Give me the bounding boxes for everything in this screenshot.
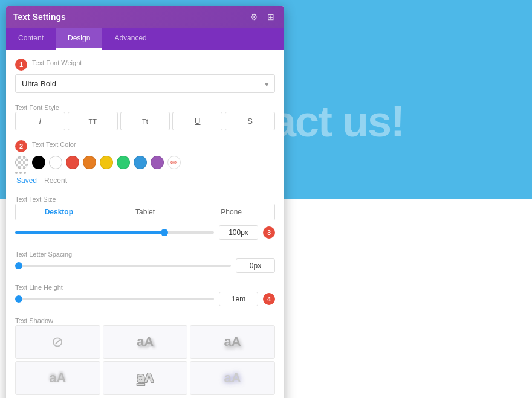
shadow-outline[interactable]: a̲A [103,361,188,395]
tab-advanced[interactable]: Advanced [102,28,158,50]
swatch-transparent[interactable] [15,156,28,169]
shadow-right-text: aA [137,334,154,350]
font-style-section: Text Font Style I TT Tt U S [15,103,275,130]
dot-3 [24,172,26,174]
color-swatches-row: ✏ [15,156,275,169]
swatch-white[interactable] [49,156,62,169]
saved-tab[interactable]: Saved [16,176,37,185]
text-size-thumb[interactable] [161,229,168,236]
badge-2: 2 [15,140,27,152]
font-weight-select-wrapper: Ultra Bold Bold Normal Light Thin [15,74,275,93]
text-size-fill [15,231,164,234]
color-tab-row: Saved Recent [16,176,275,185]
letter-spacing-thumb[interactable] [15,262,22,269]
panel-header: Text Settings ⚙ ⊞ [6,6,284,28]
background-text: act us! [272,97,404,146]
panel-body: 1 Text Font Weight Ultra Bold Bold Norma… [6,50,284,398]
tab-content[interactable]: Content [6,28,56,50]
text-size-value[interactable] [219,225,258,240]
strikethrough-btn[interactable]: S [225,112,275,130]
underline-btn[interactable]: U [172,112,222,130]
line-height-value[interactable] [219,292,258,306]
font-weight-label-row: 1 Text Font Weight [15,59,275,71]
expand-icon[interactable]: ⊞ [265,11,277,23]
swatch-blue[interactable] [134,156,147,169]
shadow-right[interactable]: aA [103,325,188,359]
line-height-thumb[interactable] [15,295,22,303]
dot-1 [15,172,18,174]
swatch-orange[interactable] [83,156,96,169]
badge-1: 1 [15,59,27,71]
shadow-glow-text: aA [224,370,241,386]
shadow-lift[interactable]: aA [15,361,100,395]
device-tab-phone[interactable]: Phone [188,204,274,220]
text-color-label-row: 2 Text Text Color [15,140,275,152]
settings-icon[interactable]: ⚙ [248,11,260,23]
text-color-label: Text Text Color [32,141,76,148]
tab-bar: Content Design Advanced [6,28,284,50]
text-size-track[interactable] [15,231,214,234]
shadow-grid: ⊘ aA aA aA a̲A aA [15,325,275,395]
device-tab-desktop[interactable]: Desktop [16,204,102,220]
text-settings-panel: Text Settings ⚙ ⊞ Content Design Advance… [6,6,284,398]
shadow-none[interactable]: ⊘ [15,325,100,359]
font-style-buttons: I TT Tt U S [15,112,275,130]
capitalize-btn[interactable]: Tt [120,112,170,130]
recent-tab[interactable]: Recent [44,176,67,185]
color-more-dots [15,172,275,174]
dot-2 [19,172,22,174]
letter-spacing-label: Text Letter Spacing [15,251,72,258]
swatch-black[interactable] [32,156,45,169]
swatch-red[interactable] [66,156,79,169]
swatch-purple[interactable] [151,156,164,169]
font-weight-label: Text Font Weight [32,59,82,66]
swatch-green[interactable] [117,156,130,169]
panel-title: Text Settings [13,12,66,22]
shadow-glow[interactable]: aA [190,361,275,395]
text-shadow-section: Text Shadow ⊘ aA aA aA a̲A aA [15,316,275,395]
shadow-bottom-text: aA [224,334,241,350]
line-height-label: Text Line Height [15,284,63,291]
text-color-section: 2 Text Text Color ✏ Saved [15,140,275,185]
shadow-lift-text: aA [49,370,66,386]
device-tab-tablet[interactable]: Tablet [102,204,189,220]
font-weight-select[interactable]: Ultra Bold Bold Normal Light Thin [15,74,275,93]
text-shadow-label: Text Shadow [15,317,53,324]
font-weight-section: 1 Text Font Weight Ultra Bold Bold Norma… [15,59,275,93]
uppercase-btn[interactable]: TT [68,112,118,130]
device-tabs: Desktop Tablet Phone [15,204,275,220]
line-height-slider-row: 4 [15,292,275,306]
letter-spacing-value[interactable] [236,258,275,273]
letter-spacing-slider-row [15,258,275,273]
shadow-outline-text: a̲A [137,370,154,386]
tab-design[interactable]: Design [56,28,102,50]
text-size-slider-row: 3 [15,225,275,240]
font-style-label: Text Font Style [15,104,59,111]
letter-spacing-track[interactable] [15,265,231,267]
text-size-section: Text Text Size Desktop Tablet Phone 3 [15,194,275,240]
header-icons: ⚙ ⊞ [248,11,277,23]
shadow-bottom[interactable]: aA [190,325,275,359]
italic-btn[interactable]: I [15,112,65,130]
badge-4: 4 [263,293,275,305]
swatch-yellow[interactable] [100,156,113,169]
letter-spacing-section: Text Letter Spacing [15,249,275,273]
line-height-section: Text Line Height 4 [15,283,275,306]
text-size-label: Text Text Size [15,196,56,203]
no-shadow-icon: ⊘ [51,333,63,350]
badge-3: 3 [263,226,275,239]
line-height-track[interactable] [15,298,214,300]
color-picker-btn[interactable]: ✏ [167,156,181,169]
